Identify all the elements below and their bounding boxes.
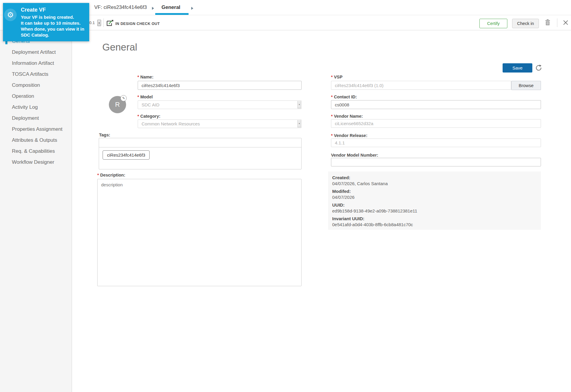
contact-id-input[interactable]	[331, 100, 541, 109]
model-value: SDC AID	[142, 102, 159, 107]
edit-avatar-icon[interactable]: ✎	[120, 95, 127, 101]
toolbar-divider	[103, 18, 104, 27]
sidebar-item-operation[interactable]: Operation	[0, 91, 72, 102]
tags-label: Tags:	[99, 133, 110, 137]
sidebar-item-req-capabilities[interactable]: Req. & Capabilities	[0, 146, 72, 157]
close-icon[interactable]	[563, 20, 568, 26]
sidebar-item-properties-assignment[interactable]: Properties Assignment	[0, 124, 72, 135]
required-marker: *	[331, 114, 333, 119]
sidebar-item-information-artifact[interactable]: Information Artifact	[0, 58, 72, 69]
revert-icon[interactable]	[535, 64, 542, 73]
chevron-down-icon[interactable]: ▼	[297, 120, 301, 127]
toolbar-divider	[557, 18, 557, 27]
required-marker: *	[137, 75, 139, 79]
description-label: *Description:	[97, 173, 125, 177]
create-vf-toast: ⚙ Create VF Your VF is being created. It…	[3, 3, 89, 41]
sdc-workspace: VF: ciRes234fc414e6f3 General V0.1 ▼ IN …	[0, 0, 571, 392]
name-input[interactable]	[138, 81, 302, 90]
category-value: Common Network Resources	[142, 121, 200, 126]
contact-id-label: *Contact ID:	[331, 95, 357, 99]
uuid-value: ed9b158d-9138-49e2-a09b-738812381e11	[332, 208, 537, 214]
description-textarea[interactable]: description	[97, 179, 302, 286]
sidebar-item-deployment[interactable]: Deployment	[0, 113, 72, 124]
browse-button[interactable]: Browse	[511, 81, 541, 90]
breadcrumb-vf-title: VF: ciRes234fc414e6f3	[94, 4, 147, 10]
tag-chip[interactable]: ciRes234fc414e6f3	[103, 150, 150, 160]
model-label: *Model	[137, 95, 153, 99]
vendor-release-label: *Vendor Release:	[331, 133, 367, 138]
metadata-panel: Created: 04/07/2026, Carlos Santana Modi…	[328, 171, 541, 230]
sidebar-item-workflow-designer[interactable]: Workflow Designer	[0, 157, 72, 168]
modified-label: Modifed:	[332, 188, 537, 194]
tab-general[interactable]: General	[161, 4, 180, 10]
required-marker: *	[97, 173, 99, 177]
invariant-uuid-value: 0e541afd-a0d4-403b-8ffb-6cb8a481c70c	[332, 222, 537, 228]
breadcrumb-caret-icon	[191, 6, 194, 11]
required-marker: *	[137, 114, 139, 119]
tags-container: ciRes234fc414e6f3	[99, 138, 302, 169]
check-out-icon	[106, 20, 114, 28]
vendor-release-input	[331, 138, 541, 147]
page-title: General	[102, 42, 137, 53]
save-button[interactable]: Save	[503, 63, 532, 73]
vendor-model-number-input[interactable]	[331, 158, 541, 166]
version-dropdown[interactable]: ▼	[97, 20, 101, 26]
tags-input[interactable]	[99, 138, 301, 147]
vendor-name-input	[331, 119, 541, 128]
sidebar-item-attributes-outputs[interactable]: Attributes & Outputs	[0, 135, 72, 146]
check-in-button[interactable]: Check in	[512, 19, 539, 28]
model-select[interactable]: SDC AID ▼	[138, 100, 302, 109]
category-label: *Category:	[137, 114, 160, 119]
sidebar-item-tosca-artifacts[interactable]: TOSCA Artifacts	[0, 69, 72, 80]
vendor-model-number-label: Vendor Model Number:	[331, 153, 378, 158]
required-marker: *	[331, 133, 333, 138]
required-marker: *	[331, 95, 333, 99]
vsp-input	[331, 81, 511, 90]
chevron-down-icon[interactable]: ▼	[297, 101, 301, 108]
certify-button[interactable]: Certify	[479, 19, 507, 28]
created-label: Created:	[332, 175, 537, 181]
breadcrumb-caret-icon	[152, 6, 154, 11]
delete-icon[interactable]	[545, 19, 550, 27]
name-label: *Name:	[137, 75, 153, 79]
sidebar-item-activity-log[interactable]: Activity Log	[0, 102, 72, 113]
sidebar-item-deployment-artifact[interactable]: Deployment Artifact	[0, 47, 72, 58]
sidebar-item-composition[interactable]: Composition	[0, 80, 72, 91]
created-value: 04/07/2026, Carlos Santana	[332, 181, 537, 187]
required-marker: *	[331, 75, 333, 79]
uuid-label: UUID:	[332, 202, 537, 208]
vendor-name-label: *Vendor Name:	[331, 114, 363, 119]
vsp-label: *VSP	[331, 75, 343, 79]
category-select[interactable]: Common Network Resources ▼	[138, 119, 302, 128]
toast-title: Create VF	[21, 7, 46, 13]
modified-value: 04/07/2026	[332, 194, 537, 200]
gear-icon: ⚙	[4, 9, 17, 21]
invariant-uuid-label: Invariant UUID:	[332, 216, 537, 222]
active-tab-underline	[155, 13, 189, 15]
lifecycle-status-text: IN DESIGN CHECK OUT	[115, 22, 160, 26]
toast-message: Your VF is being created. It can take up…	[21, 14, 88, 38]
left-nav: General Deployment Artifact Information …	[0, 30, 72, 392]
required-marker: *	[137, 95, 139, 99]
